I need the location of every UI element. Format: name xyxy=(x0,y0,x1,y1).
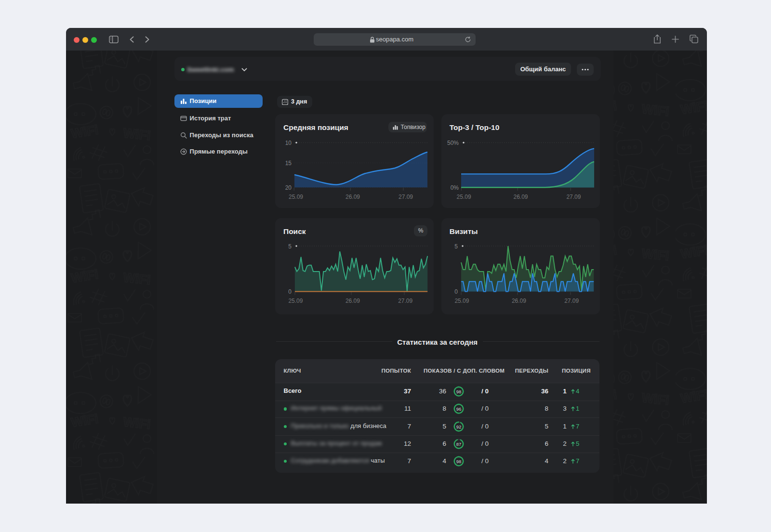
svg-text:25.09: 25.09 xyxy=(454,298,469,304)
svg-text:5: 5 xyxy=(288,243,292,250)
svg-text:26.09: 26.09 xyxy=(346,194,360,200)
svg-text:25.09: 25.09 xyxy=(289,194,303,200)
svg-text:92: 92 xyxy=(456,424,462,429)
svg-text:10: 10 xyxy=(285,139,292,146)
svg-text:27.09: 27.09 xyxy=(398,298,412,304)
svg-text:0: 0 xyxy=(454,288,458,295)
svg-text:20: 20 xyxy=(285,184,292,191)
svg-text:25.09: 25.09 xyxy=(456,194,471,200)
svg-text:0: 0 xyxy=(288,288,292,295)
svg-text:25.09: 25.09 xyxy=(288,298,303,304)
svg-text:50%: 50% xyxy=(447,139,459,146)
svg-text:96: 96 xyxy=(456,406,462,412)
svg-text:27.09: 27.09 xyxy=(564,298,579,304)
svg-text:0%: 0% xyxy=(450,184,459,191)
svg-text:26.09: 26.09 xyxy=(346,298,360,304)
svg-text:26.09: 26.09 xyxy=(512,298,526,304)
svg-text:98: 98 xyxy=(456,458,462,464)
svg-text:5: 5 xyxy=(454,243,458,250)
svg-text:26.09: 26.09 xyxy=(513,194,528,200)
svg-text:27.09: 27.09 xyxy=(399,194,413,200)
svg-text:98: 98 xyxy=(456,389,462,394)
svg-text:15: 15 xyxy=(285,159,292,166)
svg-text:87: 87 xyxy=(456,441,462,446)
svg-text:27.09: 27.09 xyxy=(566,194,581,200)
